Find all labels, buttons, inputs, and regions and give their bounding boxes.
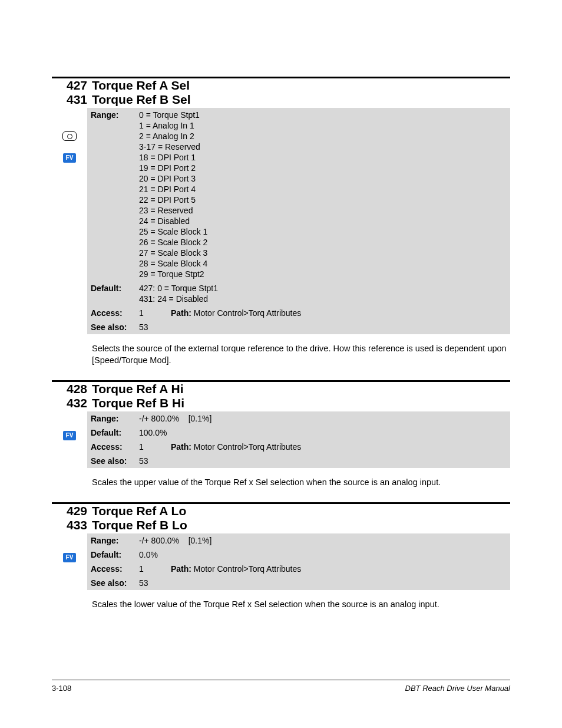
page: 427 431 Torque Ref A Sel Torque Ref B Se… [0,0,562,610]
seealso-label: See also: [91,578,139,588]
range-line: 1 = Analog In 1 [139,120,507,131]
range-line: 0 = Torque Stpt1 [139,110,507,120]
default-label: Default: [91,283,139,294]
fv-icon: FV [63,431,76,440]
access-value: 1 [139,564,168,574]
default-row: Default: 100.0% [87,426,510,440]
range-line: 21 = DPI Port 4 [139,184,507,195]
param-number: 429 [52,504,87,518]
access-label: Access: [91,308,139,318]
range-line: 28 = Scale Block 4 [139,258,507,269]
path-label: Path: [171,442,191,452]
range-label: Range: [91,535,139,546]
range-line: 3-17 = Reserved [139,141,507,152]
fv-icon: FV [63,153,76,163]
access-label: Access: [91,442,139,452]
page-number: 3-108 [52,684,71,693]
default-value: 100.0% [139,427,507,438]
range-line: 23 = Reserved [139,205,507,216]
range-line: 22 = DPI Port 5 [139,195,507,205]
access-value: 1 [139,308,168,318]
param-description: Scales the upper value of the Torque Ref… [92,476,510,488]
access-value: 1 [139,442,168,452]
range-line: 19 = DPI Port 2 [139,163,507,173]
range-line: 24 = Disabled [139,216,507,226]
seealso-row: See also: 53 [87,454,510,468]
param-title: Torque Ref A Sel [92,78,510,93]
path-label: Path: [171,308,191,318]
default-line: 427: 0 = Torque Stpt1 [139,283,507,294]
range-row: Range: 0 = Torque Stpt1 1 = Analog In 1 … [87,108,510,281]
fv-icon: FV [63,553,76,562]
access-row: Access: 1 Path: Motor Control>Torq Attri… [87,440,510,454]
range-line: 29 = Torque Stpt2 [139,269,507,279]
param-number: 433 [52,518,87,532]
range-value: -/+ 800.0% [0.1%] [139,413,507,424]
access-label: Access: [91,564,139,574]
seealso-value: 53 [139,578,507,588]
path-value: Motor Control>Torq Attributes [191,442,301,452]
param-block: 429 433 Torque Ref A Lo Torque Ref B Lo … [52,502,510,610]
param-description: Scales the lower value of the Torque Ref… [92,598,510,610]
range-value: -/+ 800.0% [0.1%] [139,535,507,546]
range-label: Range: [91,110,139,120]
manual-title: DBT Reach Drive User Manual [405,684,510,693]
param-number: 427 [52,78,87,93]
default-line: 431: 24 = Disabled [139,294,507,304]
seealso-label: See also: [91,322,139,332]
seealso-value: 53 [139,322,507,332]
default-row: Default: 427: 0 = Torque Stpt1 431: 24 =… [87,281,510,306]
access-row: Access: 1 Path: Motor Control>Torq Attri… [87,562,510,576]
access-row: Access: 1 Path: Motor Control>Torq Attri… [87,306,510,320]
path-value: Motor Control>Torq Attributes [191,564,301,574]
seealso-row: See also: 53 [87,320,510,334]
seealso-row: See also: 53 [87,576,510,590]
param-description: Selects the source of the external torqu… [92,342,510,366]
param-block: 428 432 Torque Ref A Hi Torque Ref B Hi … [52,380,510,488]
range-line: 25 = Scale Block 1 [139,226,507,237]
seealso-label: See also: [91,456,139,466]
default-value: 0.0% [139,549,507,560]
default-label: Default: [91,549,139,560]
range-line: 26 = Scale Block 2 [139,237,507,248]
range-line: 18 = DPI Port 1 [139,152,507,163]
param-title: Torque Ref A Lo [92,504,510,518]
param-title: Torque Ref B Sel [92,93,510,107]
range-row: Range: -/+ 800.0% [0.1%] [87,533,510,548]
path-label: Path: [171,564,191,574]
param-number: 428 [52,382,87,396]
page-footer: 3-108 DBT Reach Drive User Manual [52,680,510,693]
param-title: Torque Ref B Lo [92,518,510,532]
oval-icon [62,131,77,141]
default-row: Default: 0.0% [87,548,510,562]
param-title: Torque Ref A Hi [92,382,510,396]
range-line: 2 = Analog In 2 [139,131,507,141]
range-label: Range: [91,413,139,424]
range-row: Range: -/+ 800.0% [0.1%] [87,411,510,426]
param-block: 427 431 Torque Ref A Sel Torque Ref B Se… [52,77,510,366]
param-title: Torque Ref B Hi [92,396,510,410]
range-line: 27 = Scale Block 3 [139,248,507,258]
param-number: 432 [52,396,87,410]
param-number: 431 [52,93,87,107]
range-line: 20 = DPI Port 3 [139,173,507,184]
seealso-value: 53 [139,456,507,466]
default-label: Default: [91,427,139,438]
path-value: Motor Control>Torq Attributes [191,308,301,318]
